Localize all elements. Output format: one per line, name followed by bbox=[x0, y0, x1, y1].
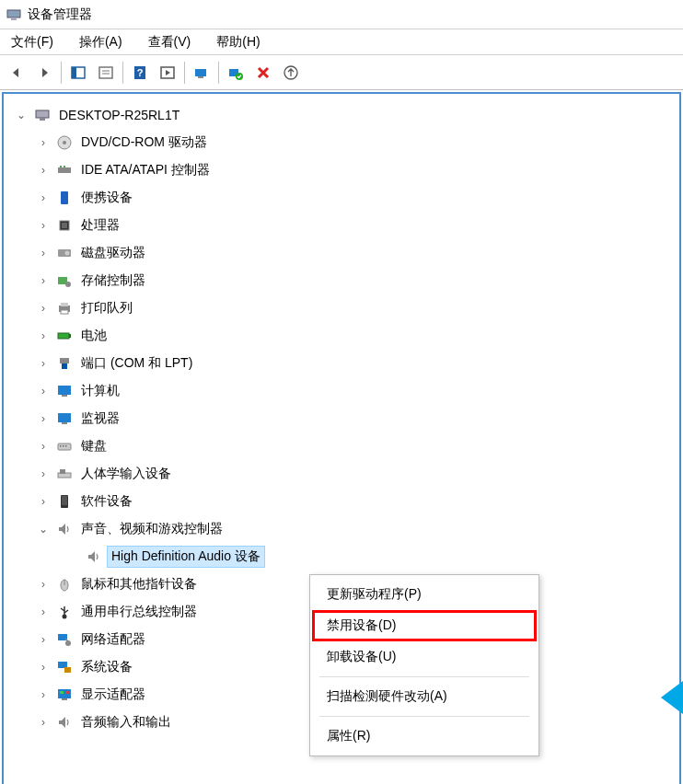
expander-icon[interactable]: › bbox=[35, 714, 52, 731]
expander-icon[interactable]: ⌄ bbox=[13, 107, 29, 123]
category-sound[interactable]: ⌄ 声音、视频和游戏控制器 bbox=[7, 515, 676, 543]
svg-point-26 bbox=[65, 251, 70, 256]
expander-icon[interactable]: › bbox=[35, 245, 52, 261]
category-label: 系统设备 bbox=[77, 657, 136, 677]
svg-rect-21 bbox=[64, 166, 65, 167]
svg-point-28 bbox=[65, 282, 71, 287]
help-button[interactable]: ? bbox=[127, 60, 153, 86]
category-label: 存储控制器 bbox=[77, 271, 149, 291]
svg-rect-61 bbox=[65, 691, 69, 694]
root-node[interactable]: ⌄ DESKTOP-R25RL1T bbox=[7, 101, 676, 129]
context-menu: 更新驱动程序(P) 禁用设备(D) 卸载设备(U) 扫描检测硬件改动(A) 属性… bbox=[309, 574, 539, 756]
scan-hardware-button[interactable] bbox=[189, 60, 214, 86]
svg-line-56 bbox=[65, 639, 68, 641]
category-label: 软件设备 bbox=[77, 491, 136, 512]
category-label: 显示适配器 bbox=[77, 685, 149, 705]
ctx-uninstall-device[interactable]: 卸载设备(U) bbox=[312, 641, 537, 673]
expander-icon[interactable]: › bbox=[35, 300, 52, 317]
disk-icon bbox=[55, 244, 74, 262]
update-driver-button[interactable] bbox=[278, 60, 304, 86]
menu-view[interactable]: 查看(V) bbox=[143, 32, 197, 52]
category-monitor[interactable]: › 监视器 bbox=[7, 405, 676, 432]
expander-icon[interactable]: › bbox=[35, 438, 52, 455]
svg-rect-38 bbox=[58, 413, 71, 422]
forward-button[interactable] bbox=[31, 60, 57, 86]
expander-icon[interactable]: › bbox=[35, 466, 52, 482]
category-label: 处理器 bbox=[77, 215, 123, 236]
category-hid[interactable]: › 人体学输入设备 bbox=[7, 460, 676, 488]
svg-rect-31 bbox=[61, 310, 68, 314]
category-keyboard[interactable]: › 键盘 bbox=[7, 432, 676, 460]
expander-icon[interactable]: › bbox=[35, 493, 52, 510]
svg-rect-34 bbox=[60, 358, 69, 363]
expander-icon[interactable]: › bbox=[35, 217, 52, 234]
expander-icon[interactable]: › bbox=[35, 659, 52, 675]
ctx-properties[interactable]: 属性(R) bbox=[312, 721, 537, 752]
svg-rect-0 bbox=[7, 10, 20, 17]
ctx-update-driver[interactable]: 更新驱动程序(P) bbox=[312, 579, 537, 610]
category-label: 便携设备 bbox=[77, 188, 136, 208]
disc-icon bbox=[55, 133, 74, 152]
window-title: 设备管理器 bbox=[28, 6, 92, 23]
menu-help[interactable]: 帮助(H) bbox=[211, 32, 265, 52]
category-label: 人体学输入设备 bbox=[77, 464, 175, 484]
category-print[interactable]: › 打印队列 bbox=[7, 294, 676, 322]
ctx-scan-hardware[interactable]: 扫描检测硬件改动(A) bbox=[312, 681, 537, 712]
device-label: High Definition Audio 设备 bbox=[107, 546, 265, 568]
device-manager-icon bbox=[6, 6, 22, 23]
category-storage[interactable]: › 存储控制器 bbox=[7, 267, 676, 294]
svg-rect-47 bbox=[62, 496, 67, 505]
properties-button[interactable] bbox=[93, 60, 119, 86]
expander-icon[interactable]: › bbox=[35, 328, 52, 344]
usb-icon bbox=[55, 603, 74, 621]
expander-icon[interactable]: › bbox=[35, 576, 52, 593]
category-computer[interactable]: › 计算机 bbox=[7, 377, 676, 405]
separator bbox=[319, 716, 529, 717]
expander-icon[interactable]: › bbox=[35, 355, 52, 372]
category-ide[interactable]: › IDE ATA/ATAPI 控制器 bbox=[7, 156, 676, 184]
category-portable[interactable]: › 便携设备 bbox=[7, 184, 676, 212]
svg-text:?: ? bbox=[137, 67, 144, 78]
expander-icon[interactable]: › bbox=[35, 686, 52, 703]
keyboard-icon bbox=[55, 437, 74, 455]
enable-button[interactable] bbox=[223, 60, 249, 86]
menu-file[interactable]: 文件(F) bbox=[6, 32, 59, 52]
port-icon bbox=[55, 354, 74, 373]
menu-action[interactable]: 操作(A) bbox=[74, 32, 128, 52]
svg-rect-62 bbox=[62, 698, 67, 700]
category-software[interactable]: › 软件设备 bbox=[7, 488, 676, 515]
category-ports[interactable]: › 端口 (COM 和 LPT) bbox=[7, 350, 676, 377]
ctx-disable-device[interactable]: 禁用设备(D) bbox=[312, 610, 537, 641]
expander-icon[interactable]: › bbox=[35, 631, 52, 648]
toolbar: ? bbox=[0, 55, 683, 90]
expander-icon[interactable]: › bbox=[35, 604, 52, 620]
cpu-icon bbox=[55, 216, 74, 235]
category-disk[interactable]: › 磁盘驱动器 bbox=[7, 239, 676, 267]
storage-controller-icon bbox=[55, 271, 74, 290]
expander-icon[interactable]: › bbox=[35, 134, 52, 151]
svg-rect-43 bbox=[65, 445, 67, 447]
category-dvd[interactable]: › DVD/CD-ROM 驱动器 bbox=[7, 129, 676, 156]
show-hide-console-button[interactable] bbox=[65, 60, 91, 86]
uninstall-button[interactable] bbox=[250, 60, 276, 86]
action-button[interactable] bbox=[155, 60, 180, 86]
device-hd-audio[interactable]: › High Definition Audio 设备 bbox=[7, 543, 676, 571]
svg-rect-57 bbox=[58, 662, 67, 668]
category-battery[interactable]: › 电池 bbox=[7, 322, 676, 350]
back-button[interactable] bbox=[4, 60, 29, 86]
expander-icon[interactable]: › bbox=[35, 272, 52, 289]
category-processor[interactable]: › 处理器 bbox=[7, 212, 676, 239]
expander-icon[interactable]: › bbox=[35, 410, 52, 427]
expander-icon[interactable]: › bbox=[35, 162, 52, 179]
expander-icon[interactable]: › bbox=[35, 383, 52, 399]
category-label: DVD/CD-ROM 驱动器 bbox=[77, 133, 211, 153]
expander-icon[interactable]: ⌄ bbox=[35, 521, 52, 537]
expander-icon[interactable]: › bbox=[35, 190, 52, 206]
svg-rect-19 bbox=[58, 167, 71, 173]
category-label: 计算机 bbox=[77, 381, 123, 401]
category-label: 声音、视频和游戏控制器 bbox=[77, 519, 226, 539]
svg-rect-42 bbox=[63, 445, 64, 447]
svg-rect-33 bbox=[69, 334, 71, 338]
svg-rect-41 bbox=[60, 445, 62, 447]
svg-rect-20 bbox=[60, 166, 62, 167]
